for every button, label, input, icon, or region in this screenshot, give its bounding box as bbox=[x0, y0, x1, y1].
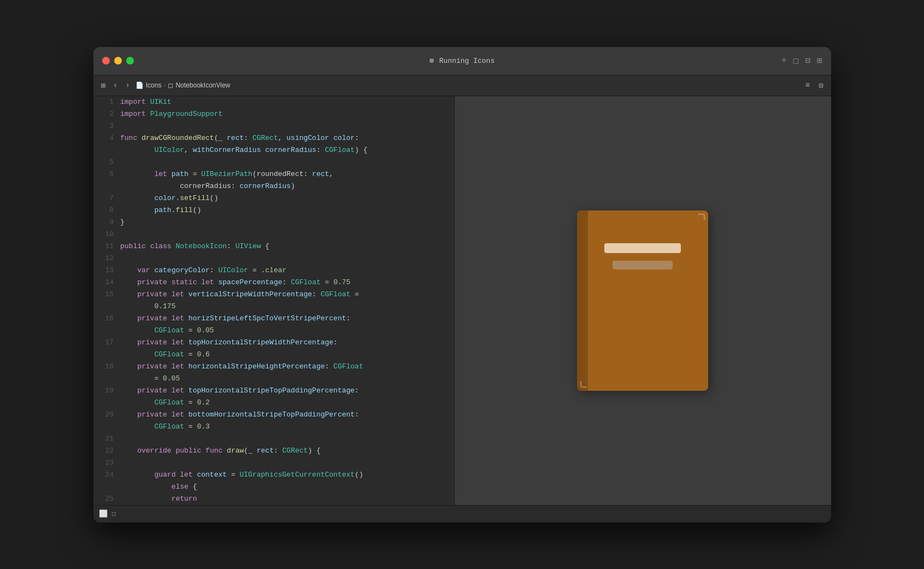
breadcrumb-item-view: ◻ NotebookIconView bbox=[168, 81, 230, 89]
code-line: path.fill() bbox=[120, 204, 454, 216]
line-number: 4 bbox=[93, 132, 121, 144]
code-table: 1 import UIKit 2 import PlaygroundSuppor… bbox=[93, 96, 454, 505]
table-row: 21 bbox=[93, 433, 454, 445]
window-controls-right: + ▢ ⊟ ⊞ bbox=[781, 55, 822, 66]
line-number: 2 bbox=[93, 108, 121, 120]
grid-view-button[interactable]: ⊞ bbox=[99, 80, 108, 91]
code-line bbox=[120, 228, 454, 240]
code-line: UIColor, withCornerRadius cornerRadius: … bbox=[120, 144, 454, 156]
breadcrumb-item-notebookview[interactable]: NotebookIconView bbox=[175, 81, 230, 89]
code-editor[interactable]: 1 import UIKit 2 import PlaygroundSuppor… bbox=[93, 96, 454, 505]
table-row: 24 guard let context = UIGraphicsGetCurr… bbox=[93, 469, 454, 481]
line-number: 25 bbox=[93, 493, 121, 505]
swift-file-icon: 📄 bbox=[136, 81, 144, 89]
code-line: public class NotebookIcon: UIView { bbox=[120, 240, 454, 253]
table-row: 1 import UIKit bbox=[93, 96, 454, 108]
layout-editor-button[interactable]: ▢ bbox=[793, 55, 799, 66]
table-row: 25 return bbox=[93, 493, 454, 505]
code-line: cornerRadius: cornerRadius) bbox=[120, 180, 454, 192]
code-line: private let horizStripeLeftSpcToVertStri… bbox=[120, 313, 454, 325]
code-line: 0.175 bbox=[120, 301, 454, 313]
main-content: 1 import UIKit 2 import PlaygroundSuppor… bbox=[93, 96, 831, 505]
code-line: CGFloat = 0.05 bbox=[120, 325, 454, 337]
line-number: 8 bbox=[93, 204, 121, 216]
line-number: 7 bbox=[93, 192, 121, 204]
table-row: 8 path.fill() bbox=[93, 204, 454, 216]
code-line: func drawCGRoundedRect(_ rect: CGRect, u… bbox=[120, 132, 454, 144]
line-number: 12 bbox=[93, 253, 121, 265]
code-line: guard let context = UIGraphicsGetCurrent… bbox=[120, 469, 454, 481]
layout-canvas-button[interactable]: ⊞ bbox=[817, 55, 822, 66]
line-number: 11 bbox=[93, 240, 121, 253]
list-view-button[interactable]: ≡ bbox=[803, 80, 812, 91]
line-number: 22 bbox=[93, 445, 121, 457]
line-number: 16 bbox=[93, 313, 121, 325]
table-row: 20 private let bottomHorizontalStripeTop… bbox=[93, 409, 454, 421]
code-line: import UIKit bbox=[120, 96, 454, 108]
line-number bbox=[93, 481, 121, 493]
line-number: 17 bbox=[93, 337, 121, 349]
line-number: 18 bbox=[93, 361, 121, 373]
nav-back-button[interactable]: ‹ bbox=[111, 80, 120, 91]
table-row: CGFloat = 0.2 bbox=[93, 397, 454, 409]
title-bar: Running Icons + ▢ ⊟ ⊞ bbox=[93, 47, 831, 75]
code-line: = 0.05 bbox=[120, 373, 454, 385]
nav-forward-button[interactable]: › bbox=[123, 80, 132, 91]
code-line: CGFloat = 0.3 bbox=[120, 421, 454, 433]
code-line: private let bottomHorizontalStripeTopPad… bbox=[120, 409, 454, 421]
debug-button[interactable]: ⬜ bbox=[99, 509, 108, 518]
minimize-button[interactable] bbox=[114, 57, 122, 64]
toolbar: ⊞ ‹ › 📄 Icons › ◻ NotebookIconView ≡ ⊟ bbox=[93, 75, 831, 96]
line-number: 20 bbox=[93, 409, 121, 421]
table-row: 14 private static let spacePercentage: C… bbox=[93, 277, 454, 289]
line-number: 10 bbox=[93, 228, 121, 240]
line-number: 3 bbox=[93, 120, 121, 132]
code-line bbox=[120, 120, 454, 132]
split-view-button[interactable]: ⊟ bbox=[816, 80, 825, 91]
line-number bbox=[93, 180, 121, 192]
xcode-window: Running Icons + ▢ ⊟ ⊞ ⊞ ‹ › 📄 Icons › ◻ … bbox=[93, 47, 831, 523]
table-row: 5 bbox=[93, 156, 454, 168]
code-line: private let topHorizontalStripeWidthPerc… bbox=[120, 337, 454, 349]
add-tab-button[interactable]: + bbox=[781, 56, 787, 66]
line-number: 14 bbox=[93, 277, 121, 289]
code-line: let path = UIBezierPath(roundedRect: rec… bbox=[120, 168, 454, 180]
line-number: 13 bbox=[93, 265, 121, 277]
breadcrumb-item-icons[interactable]: Icons bbox=[146, 81, 162, 89]
code-line: private let horizontalStripeHeightPercen… bbox=[120, 361, 454, 373]
line-number: 6 bbox=[93, 168, 121, 180]
table-row: 9 } bbox=[93, 216, 454, 228]
line-number bbox=[93, 373, 121, 385]
table-row: CGFloat = 0.05 bbox=[93, 325, 454, 337]
line-number: 21 bbox=[93, 433, 121, 445]
code-line bbox=[120, 253, 454, 265]
bottom-bar: ⬜ ◻ bbox=[93, 505, 831, 523]
code-line: } bbox=[120, 216, 454, 228]
run-indicator bbox=[429, 58, 434, 63]
code-line: import PlaygroundSupport bbox=[120, 108, 454, 120]
preview-area bbox=[455, 96, 831, 505]
layout-split-button[interactable]: ⊟ bbox=[805, 55, 810, 66]
line-number bbox=[93, 301, 121, 313]
window-title: Running Icons bbox=[439, 57, 495, 65]
table-row: 16 private let horizStripeLeftSpcToVertS… bbox=[93, 313, 454, 325]
code-line: color.setFill() bbox=[120, 192, 454, 204]
table-row: 3 bbox=[93, 120, 454, 132]
table-row: 7 color.setFill() bbox=[93, 192, 454, 204]
line-number bbox=[93, 397, 121, 409]
console-button[interactable]: ◻ bbox=[112, 509, 116, 518]
table-row: 12 bbox=[93, 253, 454, 265]
fullscreen-button[interactable] bbox=[126, 57, 134, 64]
toolbar-right: ≡ ⊟ bbox=[803, 80, 826, 91]
close-button[interactable] bbox=[102, 57, 110, 64]
line-number: 23 bbox=[93, 457, 121, 469]
code-line bbox=[120, 457, 454, 469]
code-line: CGFloat = 0.6 bbox=[120, 349, 454, 361]
breadcrumb-separator: › bbox=[163, 81, 166, 89]
table-row: 18 private let horizontalStripeHeightPer… bbox=[93, 361, 454, 373]
table-row: else { bbox=[93, 481, 454, 493]
table-row: 23 bbox=[93, 457, 454, 469]
traffic-lights bbox=[102, 57, 134, 64]
table-row: CGFloat = 0.6 bbox=[93, 349, 454, 361]
line-number bbox=[93, 144, 121, 156]
